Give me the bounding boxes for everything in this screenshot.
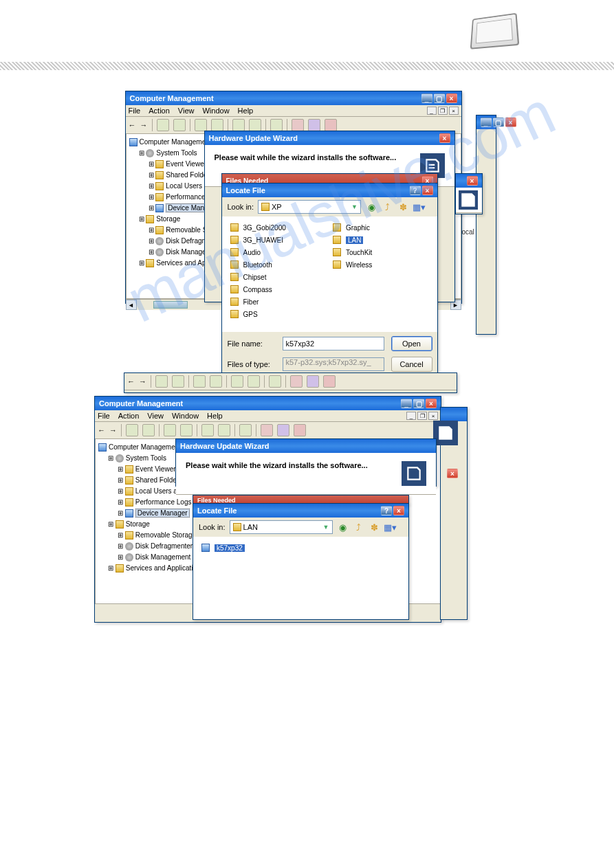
toolbar-icon[interactable] — [292, 119, 304, 131]
file-item[interactable]: k57xp32 — [201, 542, 400, 553]
menu-view[interactable]: View — [178, 107, 195, 115]
file-item[interactable]: Compass — [230, 284, 327, 295]
lookin-combo[interactable]: XP▼ — [258, 200, 361, 214]
views-icon[interactable]: ▦▾ — [413, 201, 425, 213]
mdi-close-button[interactable]: × — [428, 412, 438, 420]
maximize-button[interactable]: ▢ — [434, 93, 445, 103]
wizard-message: Please wait while the wizard installs th… — [186, 461, 368, 469]
scroll-thumb[interactable] — [153, 301, 188, 309]
file-item[interactable]: Bluetooth — [230, 259, 327, 270]
toolbar-icon[interactable] — [180, 424, 193, 436]
filename-input[interactable] — [283, 337, 384, 350]
menu-help[interactable]: Help — [207, 412, 223, 420]
toolbar-icon[interactable] — [157, 119, 169, 131]
toolbar-icon[interactable] — [231, 375, 243, 388]
menu-help[interactable]: Help — [238, 107, 254, 115]
toolbar-icon[interactable] — [249, 119, 261, 131]
toolbar-icon[interactable] — [307, 375, 319, 388]
menu-action[interactable]: Action — [149, 107, 170, 115]
toolbar-icon[interactable] — [325, 119, 337, 131]
up-folder-icon[interactable]: ⤴ — [381, 201, 393, 213]
close-button[interactable]: × — [393, 506, 404, 515]
menu-window[interactable]: Window — [202, 107, 229, 115]
toolbar-icon[interactable] — [239, 424, 252, 436]
views-icon[interactable]: ▦▾ — [384, 521, 397, 533]
file-item[interactable]: LAN — [333, 234, 429, 245]
back-button[interactable]: ← — [98, 426, 105, 434]
toolbar-icon[interactable] — [218, 424, 230, 436]
toolbar-icon[interactable] — [126, 424, 138, 436]
menu-view[interactable]: View — [147, 412, 164, 420]
toolbar-icon[interactable] — [164, 424, 176, 436]
toolbar-icon[interactable] — [323, 375, 336, 388]
toolbar-icon[interactable] — [308, 119, 320, 131]
cancel-button[interactable]: Cancel — [391, 357, 432, 372]
mdi-min-button[interactable]: _ — [427, 107, 437, 115]
file-item[interactable]: Graphic — [333, 222, 429, 233]
toolbar-icon[interactable] — [173, 119, 186, 131]
close-button[interactable]: × — [446, 93, 457, 103]
wizard-hardware-icon — [433, 421, 458, 445]
close-button[interactable]: × — [426, 399, 437, 408]
file-list[interactable]: k57xp32 — [195, 538, 407, 607]
toolbar-icon[interactable] — [142, 424, 155, 436]
filename-label: File name: — [228, 340, 276, 348]
toolbar-icon[interactable] — [195, 119, 207, 131]
dialog-title: Locate File — [226, 186, 265, 194]
menu-file[interactable]: File — [129, 107, 141, 115]
menu-window[interactable]: Window — [172, 412, 199, 420]
lookin-combo[interactable]: LAN▼ — [230, 520, 333, 534]
new-folder-icon[interactable]: ✽ — [369, 521, 381, 533]
toolbar-icon[interactable] — [201, 424, 214, 436]
toolbar-icon[interactable] — [172, 375, 184, 388]
back-button[interactable]: ← — [127, 377, 135, 386]
toolbar-icon[interactable] — [248, 375, 260, 388]
file-item[interactable]: Fiber — [230, 296, 327, 307]
forward-button[interactable]: → — [139, 377, 146, 386]
toolbar-icon[interactable] — [270, 119, 283, 131]
back-icon[interactable]: ◉ — [365, 201, 377, 213]
new-folder-icon[interactable]: ✽ — [397, 201, 409, 213]
back-button[interactable]: ← — [129, 121, 136, 129]
toolbar-icon[interactable] — [294, 424, 306, 436]
toolbar-icon[interactable] — [232, 119, 245, 131]
file-item[interactable]: GPS — [230, 309, 327, 320]
minimize-button[interactable]: _ — [421, 93, 432, 103]
minimize-button[interactable]: _ — [401, 399, 412, 408]
file-item[interactable]: Audio — [230, 247, 327, 258]
menubar: File Action View Window Help — [126, 105, 461, 117]
file-item[interactable]: TouchKit — [333, 247, 429, 258]
file-item[interactable]: 3G_Gobi2000 — [230, 222, 327, 233]
mdi-close-button[interactable]: × — [449, 107, 459, 115]
tablet-device-icon — [470, 14, 525, 55]
open-button[interactable]: Open — [391, 336, 432, 351]
mdi-restore-button[interactable]: ❐ — [438, 107, 448, 115]
toolbar-icon[interactable] — [211, 119, 223, 131]
toolbar-icon[interactable] — [290, 375, 303, 388]
file-item[interactable]: Wireless — [333, 259, 429, 270]
maximize-button[interactable]: ▢ — [413, 399, 424, 408]
toolbar-icon[interactable] — [261, 424, 273, 436]
file-item[interactable]: Chipset — [230, 271, 327, 282]
toolbar-icon[interactable] — [210, 375, 222, 388]
help-button[interactable]: ? — [410, 186, 421, 195]
toolbar-icon[interactable] — [155, 375, 168, 388]
close-button[interactable]: × — [439, 133, 450, 143]
menu-file[interactable]: File — [98, 412, 110, 420]
toolbar-icon[interactable] — [193, 375, 206, 388]
forward-button[interactable]: → — [140, 121, 148, 129]
back-icon[interactable]: ◉ — [337, 521, 349, 533]
wizard-message: Please wait while the wizard installs th… — [215, 153, 397, 162]
file-item[interactable]: 3G_HUAWEI — [230, 234, 327, 245]
close-button[interactable]: × — [422, 186, 433, 195]
scroll-left-button[interactable]: ◄ — [126, 300, 137, 310]
toolbar-icon[interactable] — [269, 375, 281, 388]
menu-action[interactable]: Action — [118, 412, 140, 420]
forward-button[interactable]: → — [109, 426, 117, 434]
mdi-min-button[interactable]: _ — [406, 412, 416, 420]
mdi-restore-button[interactable]: ❐ — [417, 412, 427, 420]
up-folder-icon[interactable]: ⤴ — [353, 521, 365, 533]
toolbar-icon[interactable] — [277, 424, 289, 436]
help-button[interactable]: ? — [381, 506, 392, 515]
file-list[interactable]: 3G_Gobi20003G_HUAWEIAudioBluetoothChipse… — [223, 218, 436, 300]
